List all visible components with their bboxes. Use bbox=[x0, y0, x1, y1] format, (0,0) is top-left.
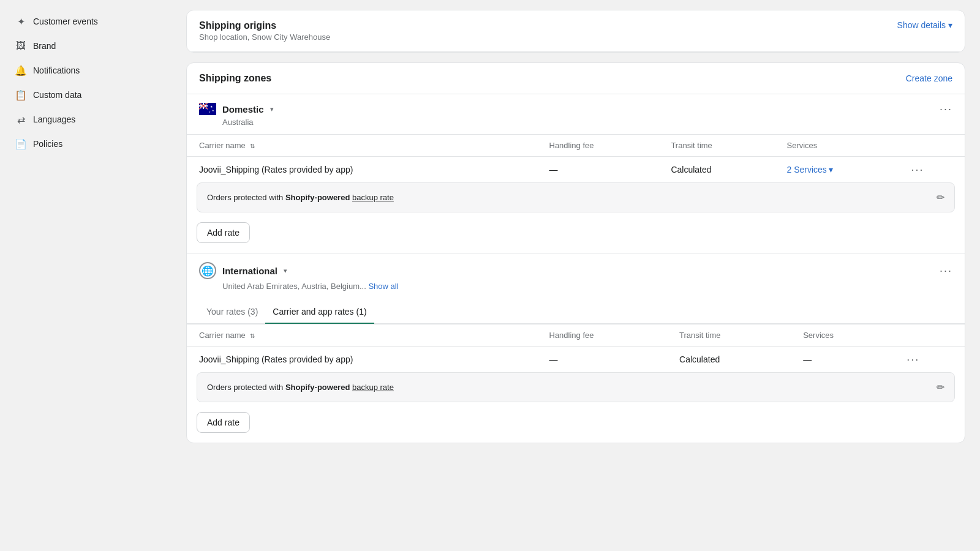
svg-text:★: ★ bbox=[209, 111, 211, 113]
origins-subtitle: Shop location, Snow City Warehouse bbox=[199, 32, 330, 42]
intl-handling-fee: — bbox=[537, 347, 668, 373]
svg-text:★: ★ bbox=[212, 109, 214, 112]
international-backup-rate-link[interactable]: backup rate bbox=[352, 383, 394, 392]
sidebar: ✦ Customer events 🖼 Brand 🔔 Notification… bbox=[0, 5, 172, 551]
custom-data-icon: 📋 bbox=[15, 89, 27, 101]
domestic-add-rate-button[interactable]: Add rate bbox=[197, 222, 250, 243]
sort-icon: ⇅ bbox=[250, 143, 255, 149]
international-backup-rate-edit-button[interactable]: ✏ bbox=[937, 381, 944, 393]
chevron-down-icon: ▾ bbox=[829, 165, 833, 174]
international-zone-countries: United Arab Emirates, Austria, Belgium..… bbox=[187, 282, 965, 298]
sidebar-item-notifications[interactable]: 🔔 Notifications bbox=[7, 59, 164, 82]
intl-row-menu: ··· bbox=[894, 347, 965, 373]
sidebar-item-label: Customer events bbox=[33, 17, 98, 26]
tab-carrier-app-rates[interactable]: Carrier and app rates (1) bbox=[265, 301, 374, 324]
international-show-all-link[interactable]: Show all bbox=[368, 282, 398, 291]
international-zone-title-left: 🌐 International ▾ bbox=[199, 262, 287, 279]
origins-header: Shipping origins Shop location, Snow Cit… bbox=[187, 10, 965, 52]
international-zone-name: International bbox=[222, 266, 277, 276]
sidebar-item-label: Notifications bbox=[33, 66, 80, 75]
languages-icon: ⇄ bbox=[15, 113, 27, 126]
domestic-dropdown-icon[interactable]: ▾ bbox=[270, 105, 274, 113]
sidebar-item-policies[interactable]: 📄 Policies bbox=[7, 132, 164, 156]
domestic-backup-rate-link[interactable]: backup rate bbox=[352, 193, 394, 202]
intl-sort-icon: ⇅ bbox=[250, 332, 255, 339]
tab-your-rates[interactable]: Your rates (3) bbox=[199, 301, 265, 324]
international-rate-table: Carrier name ⇅ Handling fee Transit time… bbox=[187, 324, 965, 372]
intl-carrier-col-header: Carrier name ⇅ bbox=[187, 324, 537, 347]
origins-title: Shipping origins bbox=[199, 20, 330, 31]
intl-services: — bbox=[791, 347, 894, 373]
domestic-actions-col-header bbox=[899, 135, 965, 157]
sidebar-item-label: Brand bbox=[33, 41, 56, 51]
notifications-icon: 🔔 bbox=[15, 64, 27, 77]
domestic-row-menu: ··· bbox=[899, 157, 965, 183]
intl-services-col-header: Services bbox=[791, 324, 894, 347]
domestic-handling-col-header: Handling fee bbox=[537, 135, 659, 157]
sidebar-item-label: Policies bbox=[33, 139, 62, 149]
international-add-rate-button[interactable]: Add rate bbox=[197, 412, 250, 433]
domestic-zone-menu-button[interactable]: ··· bbox=[940, 103, 952, 114]
international-backup-rate-box: Orders protected with Shopify-powered ba… bbox=[197, 372, 955, 402]
sidebar-item-brand[interactable]: 🖼 Brand bbox=[7, 34, 164, 58]
intl-transit-time: Calculated bbox=[667, 347, 791, 373]
domestic-rate-table: Carrier name ⇅ Handling fee Transit time… bbox=[187, 134, 965, 182]
domestic-backup-rate-box: Orders protected with Shopify-powered ba… bbox=[197, 182, 955, 212]
domestic-backup-rate-text: Orders protected with Shopify-powered ba… bbox=[207, 193, 394, 202]
domestic-zone-title-row: ★ ★ ★ Domestic ▾ ··· bbox=[187, 94, 965, 118]
customer-events-icon: ✦ bbox=[15, 15, 27, 28]
domestic-zone: ★ ★ ★ Domestic ▾ ··· Australia Carrier n… bbox=[187, 94, 965, 253]
international-zone-title-row: 🌐 International ▾ ··· bbox=[187, 253, 965, 282]
international-zone: 🌐 International ▾ ··· United Arab Emirat… bbox=[187, 253, 965, 443]
origins-header-left: Shipping origins Shop location, Snow Cit… bbox=[199, 20, 330, 42]
intl-carrier-name: Joovii_Shipping (Rates provided by app) bbox=[187, 347, 537, 373]
intl-row-menu-button[interactable]: ··· bbox=[907, 354, 919, 365]
shipping-zones-card: Shipping zones Create zone bbox=[186, 62, 965, 443]
chevron-down-icon: ▾ bbox=[948, 20, 952, 30]
intl-handling-col-header: Handling fee bbox=[537, 324, 668, 347]
sidebar-item-label: Languages bbox=[33, 114, 75, 124]
sidebar-item-languages[interactable]: ⇄ Languages bbox=[7, 108, 164, 131]
zones-title: Shipping zones bbox=[199, 73, 271, 84]
sidebar-item-custom-data[interactable]: 📋 Custom data bbox=[7, 83, 164, 107]
international-tabs: Your rates (3) Carrier and app rates (1) bbox=[187, 301, 965, 324]
domestic-rate-row: Joovii_Shipping (Rates provided by app) … bbox=[187, 157, 965, 183]
domestic-handling-fee: — bbox=[537, 157, 659, 183]
international-backup-rate-text: Orders protected with Shopify-powered ba… bbox=[207, 383, 394, 392]
international-zone-menu-button[interactable]: ··· bbox=[940, 265, 952, 276]
policies-icon: 📄 bbox=[15, 138, 27, 150]
domestic-zone-title-left: ★ ★ ★ Domestic ▾ bbox=[199, 103, 274, 115]
intl-transit-col-header: Transit time bbox=[667, 324, 791, 347]
domestic-zone-name: Domestic bbox=[222, 104, 264, 114]
domestic-transit-time: Calculated bbox=[658, 157, 774, 183]
domestic-row-menu-button[interactable]: ··· bbox=[911, 164, 924, 175]
domestic-zone-country: Australia bbox=[187, 118, 965, 134]
create-zone-button[interactable]: Create zone bbox=[906, 73, 952, 83]
main-content: Shipping origins Shop location, Snow Cit… bbox=[172, 0, 980, 551]
international-dropdown-icon[interactable]: ▾ bbox=[284, 267, 287, 275]
domestic-carrier-name: Joovii_Shipping (Rates provided by app) bbox=[187, 157, 537, 183]
sidebar-item-customer-events[interactable]: ✦ Customer events bbox=[7, 10, 164, 33]
show-details-label: Show details bbox=[897, 20, 946, 30]
show-details-button[interactable]: Show details ▾ bbox=[897, 20, 952, 30]
domestic-backup-rate-edit-button[interactable]: ✏ bbox=[937, 192, 944, 203]
brand-icon: 🖼 bbox=[15, 40, 27, 52]
zones-header: Shipping zones Create zone bbox=[187, 63, 965, 94]
sidebar-item-label: Custom data bbox=[33, 90, 81, 100]
australia-flag-icon: ★ ★ ★ bbox=[199, 103, 216, 115]
shipping-origins-card: Shipping origins Shop location, Snow Cit… bbox=[186, 10, 965, 53]
domestic-transit-col-header: Transit time bbox=[658, 135, 774, 157]
international-rate-row: Joovii_Shipping (Rates provided by app) … bbox=[187, 347, 965, 373]
domestic-services-col-header: Services bbox=[775, 135, 899, 157]
domestic-carrier-col-header: Carrier name ⇅ bbox=[187, 135, 537, 157]
intl-actions-col-header bbox=[894, 324, 965, 347]
globe-icon: 🌐 bbox=[199, 262, 216, 279]
domestic-services: 2 Services ▾ bbox=[775, 157, 899, 183]
